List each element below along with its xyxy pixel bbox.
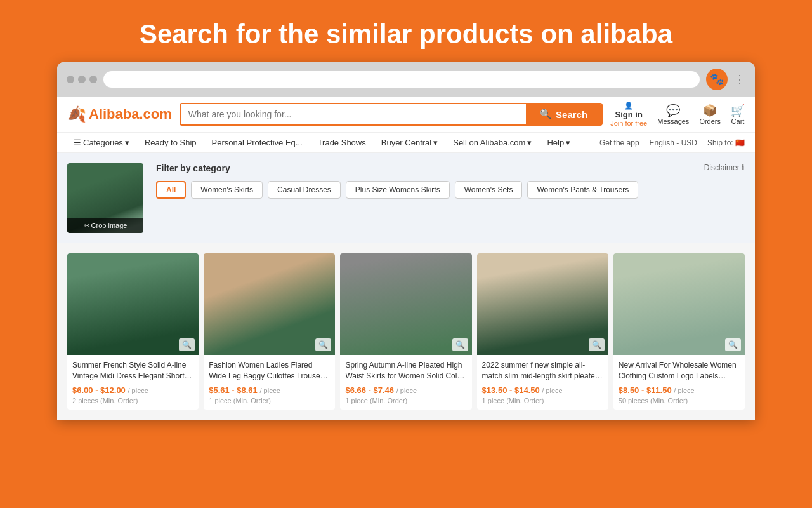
search-icon: 🔍 <box>540 109 552 120</box>
browser-chrome: 🐾 ⋮ <box>57 62 755 97</box>
nav-ready-label: Ready to Ship <box>145 138 197 147</box>
search-button-label: Search <box>556 109 587 120</box>
product-card-5[interactable]: 🔍 New Arrival For Wholesale Women Clothi… <box>613 253 745 410</box>
filter-tag-pants-trousers[interactable]: Women's Pants & Trousers <box>527 181 638 199</box>
dot-yellow <box>78 76 86 83</box>
filter-area: ✂ Crop image Filter by category All Wome… <box>57 153 755 243</box>
product-info-5: New Arrival For Wholesale Women Clothing… <box>613 355 745 410</box>
cart-item[interactable]: 🛒 Cart <box>731 104 745 125</box>
product-img-wrapper-3: 🔍 <box>340 253 471 355</box>
nav-trade-shows[interactable]: Trade Shows <box>311 133 372 152</box>
search-button[interactable]: 🔍 Search <box>526 104 601 124</box>
price-value-1: $6.00 - $12.00 <box>72 385 126 395</box>
product-info-2: Fashion Women Ladies Flared Wide Leg Bag… <box>204 355 335 410</box>
product-info-4: 2022 summer f new simple all-match slim … <box>477 355 608 410</box>
orders-icon: 📦 <box>703 104 717 117</box>
product-info-3: Spring Autumn A-line Pleated High Waist … <box>340 355 471 410</box>
nav-help[interactable]: Help ▾ <box>540 133 577 152</box>
alibaba-page: 🍂 Alibaba.com 🔍 Search 👤 Sign in Join fo… <box>57 97 755 420</box>
nav-personal-protective[interactable]: Personal Protective Eq... <box>206 133 309 152</box>
product-card-1[interactable]: 🔍 Summer French Style Solid A-line Vinta… <box>67 253 199 410</box>
cart-label: Cart <box>731 117 745 125</box>
product-card-3[interactable]: 🔍 Spring Autumn A-line Pleated High Wais… <box>340 253 471 410</box>
nav-categories-icon: ☰ <box>74 138 81 147</box>
orders-item[interactable]: 📦 Orders <box>699 104 721 125</box>
language-selector[interactable]: English - USD <box>650 138 697 147</box>
search-bar-container: 🔍 Search <box>180 103 603 126</box>
img-search-icon-4[interactable]: 🔍 <box>589 338 605 351</box>
product-thumbnail: ✂ Crop image <box>67 163 143 233</box>
product-title-1: Summer French Style Solid A-line Vintage… <box>72 360 193 382</box>
price-unit-2: / piece <box>259 387 280 394</box>
price-value-4: $13.50 - $14.50 <box>482 385 540 395</box>
browser-menu-icon[interactable]: ⋮ <box>734 72 745 86</box>
messages-icon: 💬 <box>666 104 680 117</box>
price-value-5: $8.50 - $11.50 <box>619 385 672 395</box>
product-card-2[interactable]: 🔍 Fashion Women Ladies Flared Wide Leg B… <box>204 253 335 410</box>
product-img-wrapper-2: 🔍 <box>204 253 335 355</box>
filter-tags: All Women's Skirts Casual Dresses Plus S… <box>156 181 691 199</box>
nav-personal-label: Personal Protective Eq... <box>212 138 303 147</box>
nav-help-chevron: ▾ <box>566 138 570 147</box>
img-search-icon-3[interactable]: 🔍 <box>452 338 468 351</box>
ship-to[interactable]: Ship to: 🇨🇳 <box>707 138 745 147</box>
get-app-link[interactable]: Get the app <box>599 138 639 147</box>
nav-help-label: Help <box>547 138 564 147</box>
logo-leaf-icon: 🍂 <box>67 105 86 123</box>
product-card-4[interactable]: 🔍 2022 summer f new simple all-match sli… <box>477 253 608 410</box>
sign-in-link: Sign in <box>615 110 643 119</box>
nav-buyer-central[interactable]: Buyer Central ▾ <box>375 133 444 152</box>
disclaimer-text: Disclaimer <box>704 163 740 172</box>
join-free-link: Join for free <box>610 119 647 127</box>
price-unit-5: / piece <box>674 387 694 394</box>
disclaimer-icon: ℹ <box>742 163 745 172</box>
site-header: 🍂 Alibaba.com 🔍 Search 👤 Sign in Join fo… <box>57 97 755 133</box>
product-price-2: $5.61 - $8.61 / piece <box>209 385 330 395</box>
hero-banner: Search for the similar products on aliba… <box>0 0 812 62</box>
browser-url-bar[interactable] <box>103 71 700 88</box>
browser-extension-icon[interactable]: 🐾 <box>706 69 728 90</box>
img-search-icon-1[interactable]: 🔍 <box>179 338 195 351</box>
product-info-1: Summer French Style Solid A-line Vintage… <box>67 355 199 410</box>
product-moq-5: 50 pieces (Min. Order) <box>619 397 740 404</box>
price-unit-3: / piece <box>396 387 417 394</box>
nav-categories-chevron: ▾ <box>125 138 129 147</box>
messages-item[interactable]: 💬 Messages <box>657 104 689 125</box>
product-moq-3: 1 piece (Min. Order) <box>345 397 466 404</box>
search-input[interactable] <box>181 104 526 124</box>
nav-categories-label: Categories <box>83 138 123 147</box>
filter-tag-casual-dresses[interactable]: Casual Dresses <box>268 181 341 199</box>
sign-in-area[interactable]: 👤 Sign in Join for free <box>610 102 647 127</box>
logo-area[interactable]: 🍂 Alibaba.com <box>67 105 172 123</box>
product-price-5: $8.50 - $11.50 / piece <box>619 385 740 395</box>
nav-buyer-chevron: ▾ <box>433 138 438 147</box>
img-search-icon-2[interactable]: 🔍 <box>315 338 331 351</box>
hero-title: Search for the similar products on aliba… <box>0 19 812 50</box>
logo-text: Alibaba.com <box>89 106 172 123</box>
dot-red <box>67 76 74 83</box>
crop-image-button[interactable]: ✂ Crop image <box>67 218 143 233</box>
browser-window: 🐾 ⋮ 🍂 Alibaba.com 🔍 Search 👤 Sign in <box>57 62 755 420</box>
filter-tag-plus-size[interactable]: Plus Size Womens Skirts <box>346 181 450 199</box>
user-icon: 👤 <box>624 102 633 110</box>
header-actions: 👤 Sign in Join for free 💬 Messages 📦 Ord… <box>610 102 745 127</box>
price-value-3: $6.66 - $7.46 <box>345 385 394 395</box>
price-value-2: $5.61 - $8.61 <box>209 385 258 395</box>
filter-content: Filter by category All Women's Skirts Ca… <box>156 163 691 199</box>
product-title-2: Fashion Women Ladies Flared Wide Leg Bag… <box>209 360 330 382</box>
disclaimer-link[interactable]: Disclaimer ℹ <box>704 163 745 172</box>
product-title-3: Spring Autumn A-line Pleated High Waist … <box>345 360 466 382</box>
nav-categories[interactable]: ☰ Categories ▾ <box>67 133 136 152</box>
product-price-4: $13.50 - $14.50 / piece <box>482 385 603 395</box>
filter-tag-womens-sets[interactable]: Women's Sets <box>455 181 523 199</box>
product-img-wrapper-1: 🔍 <box>67 253 199 355</box>
orders-label: Orders <box>699 117 721 125</box>
filter-tag-all[interactable]: All <box>156 181 186 199</box>
nav-sell[interactable]: Sell on Alibaba.com ▾ <box>447 133 538 152</box>
nav-trade-label: Trade Shows <box>318 138 366 147</box>
filter-tag-womens-skirts[interactable]: Women's Skirts <box>191 181 263 199</box>
nav-sell-label: Sell on Alibaba.com <box>453 138 525 147</box>
nav-ready-to-ship[interactable]: Ready to Ship <box>138 133 203 152</box>
img-search-icon-5[interactable]: 🔍 <box>725 338 741 351</box>
messages-label: Messages <box>657 117 689 125</box>
